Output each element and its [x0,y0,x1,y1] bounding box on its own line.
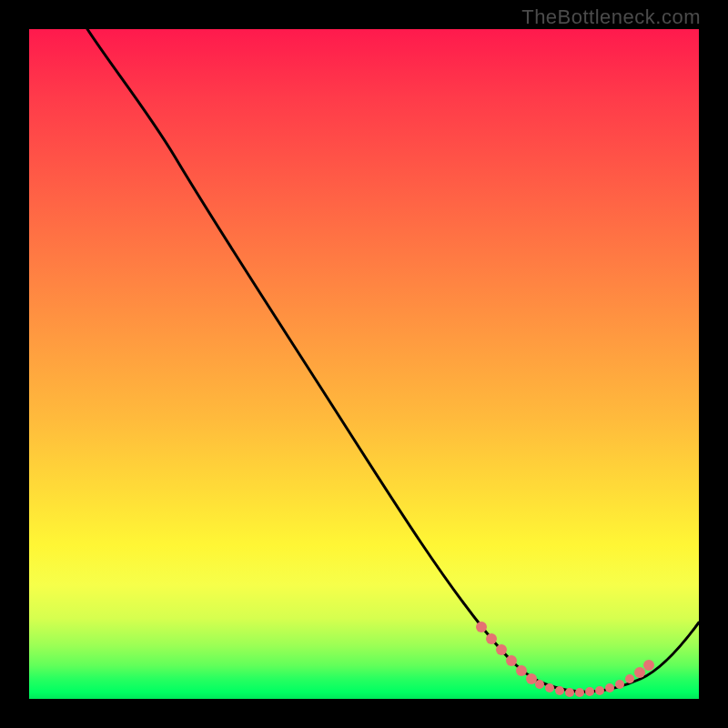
highlight-dot [595,686,604,695]
highlight-dot [625,674,634,683]
line-chart-svg [29,29,699,699]
highlight-dot [634,667,645,678]
highlight-dot [545,683,554,693]
highlight-dot [615,680,624,689]
highlight-dot [605,683,614,693]
highlight-dot [476,622,487,632]
highlight-dot [575,688,584,697]
chart-stage: TheBottleneck.com [0,0,728,728]
plot-area [29,29,699,699]
attribution-label: TheBottleneck.com [521,5,701,29]
highlight-dot [585,687,594,696]
highlight-dot-group [476,622,654,697]
highlight-dot [496,644,507,655]
highlight-dot [516,665,527,676]
highlight-dot [535,680,544,689]
highlight-dot [506,655,517,666]
highlight-dot [555,686,564,695]
highlight-dot [565,688,574,697]
highlight-dot [643,660,654,671]
highlight-dot [526,673,537,684]
highlight-dot [486,633,497,644]
bottleneck-curve [87,29,699,692]
